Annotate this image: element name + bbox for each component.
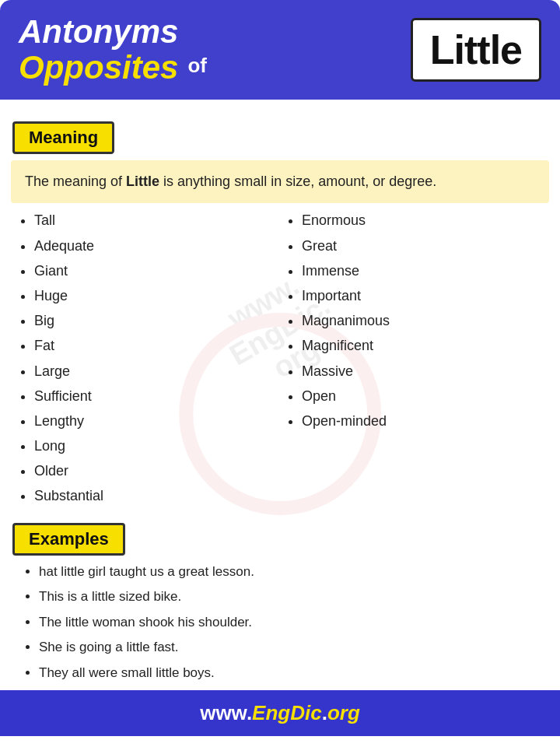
antonyms-col2: EnormousGreatImmenseImportantMagnanimous… bbox=[280, 211, 548, 511]
list-item: Tall bbox=[34, 211, 280, 230]
footer-dot: . bbox=[322, 701, 327, 724]
footer-org: org bbox=[327, 701, 360, 724]
list-item: She is going a little fast. bbox=[39, 637, 549, 658]
list-item: Great bbox=[302, 237, 548, 256]
header-left: Antonyms Opposites bbox=[19, 14, 178, 86]
list-item: Sufficient bbox=[34, 387, 280, 406]
list-item: Long bbox=[34, 437, 280, 456]
examples-list: hat little girl taught us a great lesson… bbox=[11, 562, 549, 683]
list-item: They all were small little boys. bbox=[39, 663, 549, 683]
list-item: Giant bbox=[34, 261, 280, 281]
footer: www.EngDic.org bbox=[0, 690, 560, 736]
list-item: Important bbox=[302, 286, 548, 306]
list-item: Enormous bbox=[302, 211, 548, 230]
list-item: Adequate bbox=[34, 237, 280, 256]
of-label: of bbox=[187, 54, 207, 78]
meaning-text-after: is anything small in size, amount, or de… bbox=[159, 174, 436, 189]
meaning-word-bold: Little bbox=[126, 174, 159, 189]
list-item: Open-minded bbox=[302, 412, 548, 431]
footer-www: www. bbox=[200, 701, 252, 724]
examples-label: Examples bbox=[29, 529, 109, 549]
list-item: Magnanimous bbox=[302, 311, 548, 331]
word-box: Little bbox=[411, 18, 541, 82]
footer-dic: Dic bbox=[290, 701, 321, 724]
main-word: Little bbox=[430, 26, 522, 73]
list-item: Massive bbox=[302, 362, 548, 381]
examples-header: Examples bbox=[12, 523, 125, 556]
opposites-label: Opposites bbox=[19, 50, 178, 86]
footer-eng: Eng bbox=[252, 701, 290, 724]
header: Antonyms Opposites of Little bbox=[0, 0, 560, 100]
list-item: The little woman shook his shoulder. bbox=[39, 612, 549, 633]
list-item: Fat bbox=[34, 336, 280, 356]
list-item: Huge bbox=[34, 286, 280, 306]
list-item: Big bbox=[34, 311, 280, 331]
meaning-header: Meaning bbox=[12, 121, 114, 154]
meaning-label: Meaning bbox=[29, 128, 98, 147]
list-item: Substantial bbox=[34, 486, 280, 506]
antonyms-label: Antonyms bbox=[19, 14, 178, 50]
antonyms-col1: TallAdequateGiantHugeBigFatLargeSufficie… bbox=[12, 211, 280, 511]
list-item: This is a little sized bike. bbox=[39, 587, 549, 607]
list-item: Magnificent bbox=[302, 336, 548, 356]
list-item: Older bbox=[34, 461, 280, 481]
examples-section: Examples hat little girl taught us a gre… bbox=[0, 512, 560, 683]
list-item: Immense bbox=[302, 261, 548, 281]
antonyms-area: TallAdequateGiantHugeBigFatLargeSufficie… bbox=[12, 211, 548, 511]
meaning-section: Meaning The meaning of Little is anythin… bbox=[0, 110, 560, 203]
meaning-text: The meaning of Little is anything small … bbox=[11, 160, 549, 203]
list-item: Large bbox=[34, 362, 280, 381]
meaning-text-before: The meaning of bbox=[25, 174, 126, 189]
footer-text: www.EngDic.org bbox=[0, 701, 560, 725]
list-item: Open bbox=[302, 387, 548, 406]
list-item: hat little girl taught us a great lesson… bbox=[39, 562, 549, 582]
list-item: Lengthy bbox=[34, 412, 280, 431]
